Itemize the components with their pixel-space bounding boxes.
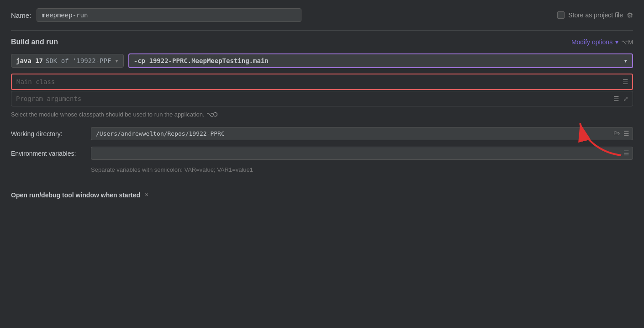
working-dir-folder-icon[interactable]: 🗁 (613, 130, 620, 138)
sdk-dropdown[interactable]: java 17 SDK of '19922-PPF ▾ (11, 54, 124, 68)
main-class-container: ☰ (11, 74, 633, 90)
chevron-down-icon: ▾ (615, 38, 618, 46)
classpath-dropdown-arrow: ▾ (624, 57, 628, 64)
open-tool-close-button[interactable]: × (145, 191, 148, 199)
env-vars-browse-icon[interactable]: ☰ (623, 149, 629, 157)
store-project-checkbox[interactable] (557, 11, 565, 19)
sdk-project: SDK of '19922-PPF (46, 57, 111, 64)
sdk-version: java 17 (16, 57, 43, 64)
working-dir-label: Working directory: (11, 130, 91, 138)
sdk-classpath-row: java 17 SDK of '19922-PPF ▾ -cp 19922-PP… (11, 53, 633, 68)
name-row: Name: Store as project file ⚙ (11, 8, 633, 22)
classpath-hint-text: Select the module whose classpath should… (11, 111, 205, 118)
env-vars-input[interactable] (91, 147, 633, 160)
args-icons: ☰ ⤢ (613, 95, 628, 103)
main-class-input[interactable] (11, 74, 633, 90)
store-project-label: Store as project file (568, 11, 623, 19)
working-dir-icons: 🗁 ☰ (613, 130, 629, 138)
name-label: Name: (11, 11, 31, 19)
env-vars-input-wrap: ☰ (91, 147, 633, 160)
classpath-value: -cp 19922-PPRC.MeepMeepTesting.main (134, 57, 269, 64)
env-vars-row: Environment variables: ☰ (11, 147, 633, 160)
env-vars-label: Environment variables: (11, 150, 91, 157)
build-run-title: Build and run (11, 38, 58, 46)
open-tool-row: Open run/debug tool window when started … (11, 187, 633, 199)
name-left: Name: (11, 8, 557, 22)
working-dir-input-wrap: 🗁 ☰ (91, 127, 633, 140)
args-browse-icon[interactable]: ☰ (613, 95, 619, 103)
gear-icon[interactable]: ⚙ (627, 11, 633, 20)
modify-options-shortcut: ⌥M (621, 39, 633, 46)
working-dir-input[interactable] (91, 127, 633, 140)
main-class-row: ☰ (11, 74, 633, 90)
working-dir-row: Working directory: 🗁 ☰ (11, 127, 633, 140)
program-args-row: ☰ ⤢ (11, 91, 633, 106)
divider (11, 30, 633, 31)
build-run-row: Build and run Modify options ▾ ⌥M (11, 38, 633, 46)
modify-options-label: Modify options (571, 38, 612, 46)
env-vars-icons: ☰ (623, 149, 629, 157)
sep-hint: Separate variables with semicolon: VAR=v… (91, 166, 633, 173)
working-dir-browse-icon[interactable]: ☰ (623, 130, 629, 138)
classpath-dropdown[interactable]: -cp 19922-PPRC.MeepMeepTesting.main ▾ (128, 53, 633, 68)
open-tool-label: Open run/debug tool window when started (11, 191, 140, 199)
modify-options-button[interactable]: Modify options ▾ ⌥M (571, 38, 633, 46)
program-args-input[interactable] (11, 91, 633, 106)
main-class-browse-icon[interactable]: ☰ (623, 78, 628, 86)
args-expand-icon[interactable]: ⤢ (623, 95, 628, 103)
classpath-hint: Select the module whose classpath should… (11, 111, 633, 118)
sdk-text: java 17 SDK of '19922-PPF (16, 57, 111, 64)
name-input[interactable] (37, 8, 301, 22)
store-project-section: Store as project file ⚙ (557, 11, 633, 20)
classpath-hint-shortcut: ⌥O (206, 111, 218, 118)
sdk-dropdown-arrow: ▾ (115, 57, 118, 64)
